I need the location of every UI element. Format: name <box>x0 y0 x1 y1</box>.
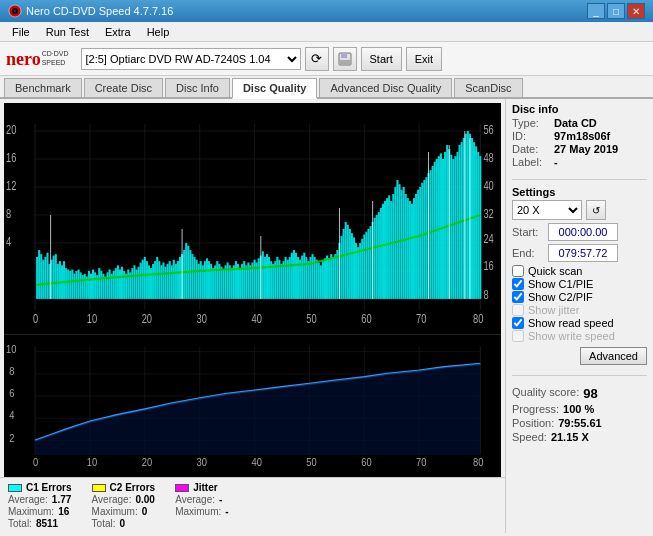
tab-scan-disc[interactable]: ScanDisc <box>454 78 522 97</box>
menu-help[interactable]: Help <box>139 25 178 39</box>
svg-rect-212 <box>384 201 386 299</box>
end-time-input[interactable] <box>548 244 618 262</box>
disc-label-label: Label: <box>512 156 550 168</box>
show-c1-checkbox[interactable] <box>512 278 524 290</box>
quick-scan-checkbox[interactable] <box>512 265 524 277</box>
svg-rect-129 <box>212 268 214 299</box>
svg-text:70: 70 <box>416 311 426 325</box>
save-btn[interactable] <box>333 47 357 71</box>
svg-rect-196 <box>351 233 353 299</box>
svg-rect-213 <box>386 198 388 299</box>
main-content: 20 16 12 8 4 56 48 40 32 24 16 8 0 10 <box>0 99 653 533</box>
svg-rect-95 <box>142 260 144 299</box>
svg-rect-144 <box>243 261 245 299</box>
svg-rect-65 <box>80 272 82 299</box>
speed-row: Maximum4 X8 X16 X20 X24 X32 X ↺ <box>512 200 647 220</box>
tab-disc-quality[interactable]: Disc Quality <box>232 78 318 99</box>
drive-select[interactable]: [2:5] Optiarc DVD RW AD-7240S 1.04 <box>81 48 301 70</box>
quick-scan-row: Quick scan <box>512 265 647 277</box>
svg-rect-197 <box>353 237 355 299</box>
svg-rect-63 <box>75 271 77 299</box>
speed-select[interactable]: Maximum4 X8 X16 X20 X24 X32 X <box>512 200 582 220</box>
svg-text:40: 40 <box>251 457 261 468</box>
show-jitter-row: Show jitter <box>512 304 647 316</box>
svg-rect-103 <box>158 261 160 299</box>
show-write-speed-checkbox[interactable] <box>512 330 524 342</box>
advanced-btn[interactable]: Advanced <box>580 347 647 365</box>
menu-file[interactable]: File <box>4 25 38 39</box>
svg-rect-131 <box>216 261 218 299</box>
svg-rect-257 <box>477 152 479 299</box>
menu-extra[interactable]: Extra <box>97 25 139 39</box>
start-btn[interactable]: Start <box>361 47 402 71</box>
start-label: Start: <box>512 226 544 238</box>
tab-create-disc[interactable]: Create Disc <box>84 78 163 97</box>
svg-rect-215 <box>390 201 392 299</box>
svg-rect-162 <box>280 264 282 299</box>
svg-text:8: 8 <box>9 366 14 377</box>
svg-rect-226 <box>413 198 415 299</box>
svg-rect-88 <box>127 270 129 299</box>
svg-text:10: 10 <box>6 343 16 354</box>
exit-btn[interactable]: Exit <box>406 47 442 71</box>
tab-advanced-disc-quality[interactable]: Advanced Disc Quality <box>319 78 452 97</box>
svg-rect-119 <box>191 254 193 299</box>
svg-text:20: 20 <box>142 311 152 325</box>
minimize-btn[interactable]: _ <box>587 3 605 19</box>
show-jitter-checkbox[interactable] <box>512 304 524 316</box>
divider2 <box>512 375 647 376</box>
svg-rect-55 <box>59 261 61 299</box>
c2-color <box>92 484 106 492</box>
maximize-btn[interactable]: □ <box>607 3 625 19</box>
show-c2-checkbox[interactable] <box>512 291 524 303</box>
svg-rect-97 <box>146 261 148 299</box>
svg-rect-99 <box>150 268 152 299</box>
svg-rect-59 <box>67 270 69 299</box>
menu-run-test[interactable]: Run Test <box>38 25 97 39</box>
svg-rect-186 <box>330 254 332 299</box>
svg-rect-231 <box>423 180 425 299</box>
disc-info-section: Disc info Type: Data CD ID: 97m18s06f Da… <box>512 103 647 169</box>
c2-max-label: Maximum: <box>92 506 138 517</box>
show-read-speed-checkbox[interactable] <box>512 317 524 329</box>
svg-rect-211 <box>382 204 384 299</box>
svg-rect-225 <box>411 204 413 299</box>
svg-rect-199 <box>357 247 359 299</box>
svg-rect-153 <box>262 251 264 299</box>
tab-benchmark[interactable]: Benchmark <box>4 78 82 97</box>
svg-rect-238 <box>438 156 440 299</box>
quick-scan-label: Quick scan <box>528 265 582 277</box>
svg-rect-247 <box>456 152 458 299</box>
svg-rect-246 <box>454 156 456 299</box>
close-btn[interactable]: ✕ <box>627 3 645 19</box>
jitter-max-value: - <box>225 506 228 517</box>
window-title: Nero CD-DVD Speed 4.7.7.16 <box>26 5 587 17</box>
svg-rect-228 <box>417 190 419 299</box>
svg-rect-169 <box>295 253 297 299</box>
svg-rect-223 <box>407 198 409 299</box>
svg-rect-57 <box>63 261 65 299</box>
svg-rect-168 <box>293 250 295 299</box>
start-time-input[interactable] <box>548 223 618 241</box>
upper-chart: 20 16 12 8 4 56 48 40 32 24 16 8 0 10 <box>4 103 501 335</box>
svg-rect-172 <box>301 256 303 299</box>
window-controls: _ □ ✕ <box>587 3 645 19</box>
disc-id-label: ID: <box>512 130 550 142</box>
svg-rect-205 <box>370 226 372 299</box>
svg-rect-227 <box>415 194 417 299</box>
svg-rect-232 <box>425 177 427 299</box>
svg-rect-256 <box>475 146 477 299</box>
tab-disc-info[interactable]: Disc Info <box>165 78 230 97</box>
reset-btn[interactable]: ↺ <box>586 200 606 220</box>
speed-label: Speed: <box>512 431 547 443</box>
svg-rect-53 <box>55 254 57 299</box>
jitter-avg-label: Average: <box>175 494 215 505</box>
svg-text:12: 12 <box>6 178 16 192</box>
svg-rect-182 <box>322 261 324 299</box>
svg-rect-156 <box>268 257 270 299</box>
svg-rect-52 <box>53 256 55 299</box>
refresh-btn[interactable]: ⟳ <box>305 47 329 71</box>
svg-rect-164 <box>285 257 287 299</box>
position-label: Position: <box>512 417 554 429</box>
svg-rect-72 <box>94 272 96 299</box>
